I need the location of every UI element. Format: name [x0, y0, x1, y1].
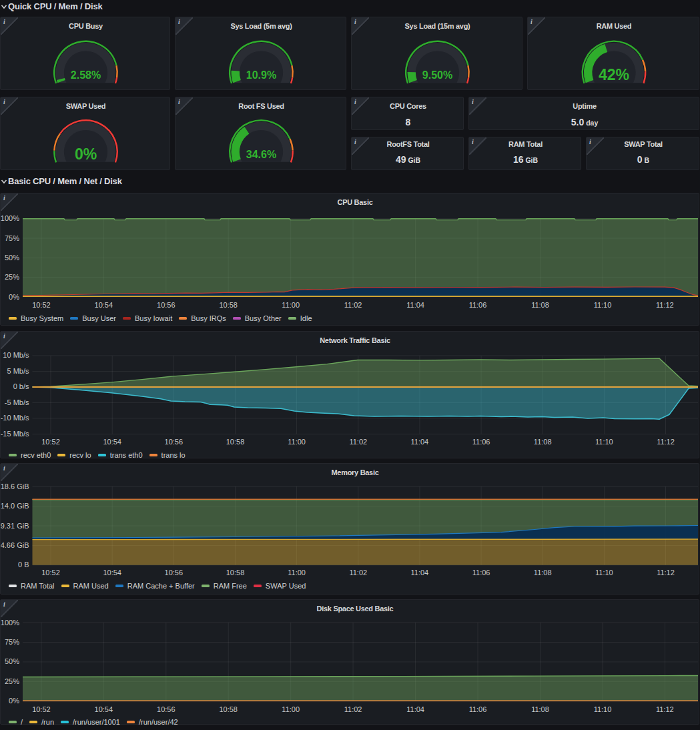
svg-text:11:10: 11:10 — [594, 705, 612, 713]
svg-text:10:56: 10:56 — [157, 301, 176, 309]
svg-text:11:04: 11:04 — [411, 569, 429, 577]
svg-text:9.31 GiB: 9.31 GiB — [1, 521, 29, 529]
svg-text:50%: 50% — [5, 657, 19, 665]
svg-text:10.9%: 10.9% — [246, 69, 276, 81]
svg-text:0 B: 0 B — [18, 561, 29, 569]
svg-text:10 Mb/s: 10 Mb/s — [3, 351, 29, 359]
svg-text:42%: 42% — [599, 66, 629, 83]
svg-text:75%: 75% — [5, 638, 19, 646]
svg-text:0%: 0% — [9, 697, 19, 705]
svg-text:14.0 GiB: 14.0 GiB — [1, 502, 29, 510]
svg-text:11:06: 11:06 — [472, 438, 490, 446]
svg-text:10:54: 10:54 — [103, 438, 121, 446]
svg-text:10:58: 10:58 — [219, 705, 238, 713]
svg-text:11:00: 11:00 — [282, 705, 300, 713]
svg-text:11:08: 11:08 — [531, 705, 549, 713]
svg-text:10:56: 10:56 — [165, 569, 184, 577]
svg-text:11:12: 11:12 — [657, 438, 675, 446]
svg-text:2.58%: 2.58% — [71, 69, 101, 81]
svg-text:11:02: 11:02 — [344, 705, 362, 713]
svg-text:11:12: 11:12 — [657, 569, 675, 577]
svg-text:11:08: 11:08 — [531, 301, 549, 309]
svg-text:11:08: 11:08 — [534, 569, 552, 577]
svg-text:9.50%: 9.50% — [422, 69, 452, 81]
svg-text:10:54: 10:54 — [95, 301, 113, 309]
svg-text:11:04: 11:04 — [411, 438, 429, 446]
svg-text:34.6%: 34.6% — [246, 149, 276, 160]
svg-text:11:06: 11:06 — [469, 705, 487, 713]
svg-text:10:52: 10:52 — [41, 569, 60, 577]
svg-text:10:52: 10:52 — [32, 705, 51, 713]
svg-text:11:10: 11:10 — [594, 301, 612, 309]
svg-text:10:58: 10:58 — [226, 569, 245, 577]
svg-text:11:06: 11:06 — [469, 301, 487, 309]
svg-text:11:10: 11:10 — [595, 569, 613, 577]
svg-text:10:58: 10:58 — [219, 301, 238, 309]
svg-text:11:06: 11:06 — [472, 569, 490, 577]
svg-text:-10 Mb/s: -10 Mb/s — [1, 414, 29, 422]
svg-text:5 Mb/s: 5 Mb/s — [7, 366, 29, 374]
svg-text:10:58: 10:58 — [226, 438, 245, 446]
svg-text:10:52: 10:52 — [32, 301, 51, 309]
svg-text:11:00: 11:00 — [288, 569, 306, 577]
svg-text:10:52: 10:52 — [41, 438, 60, 446]
svg-text:11:04: 11:04 — [406, 705, 424, 713]
svg-text:-15 Mb/s: -15 Mb/s — [1, 429, 29, 437]
svg-text:4.66 GiB: 4.66 GiB — [1, 540, 29, 549]
svg-text:11:08: 11:08 — [534, 438, 552, 446]
svg-text:0%: 0% — [75, 145, 97, 163]
svg-text:0 b/s: 0 b/s — [13, 382, 29, 390]
svg-text:10:56: 10:56 — [157, 705, 176, 713]
svg-text:100%: 100% — [1, 214, 19, 222]
svg-text:25%: 25% — [5, 273, 19, 281]
svg-text:25%: 25% — [5, 677, 19, 685]
svg-text:100%: 100% — [1, 618, 19, 626]
svg-text:-5 Mb/s: -5 Mb/s — [5, 398, 29, 406]
svg-text:11:10: 11:10 — [595, 438, 613, 446]
svg-text:11:04: 11:04 — [406, 301, 424, 309]
svg-text:10:54: 10:54 — [95, 705, 113, 713]
svg-text:10:56: 10:56 — [165, 438, 184, 446]
svg-text:11:00: 11:00 — [282, 301, 300, 309]
svg-text:10:54: 10:54 — [103, 569, 121, 577]
svg-text:11:02: 11:02 — [349, 438, 367, 446]
svg-text:11:02: 11:02 — [349, 569, 367, 577]
svg-text:11:00: 11:00 — [288, 438, 306, 446]
svg-text:11:12: 11:12 — [656, 705, 674, 713]
svg-text:0%: 0% — [9, 292, 19, 300]
svg-text:75%: 75% — [5, 234, 19, 242]
svg-text:11:12: 11:12 — [656, 301, 674, 309]
svg-text:11:02: 11:02 — [344, 301, 362, 309]
svg-text:18.6 GiB: 18.6 GiB — [1, 482, 29, 490]
svg-text:50%: 50% — [5, 253, 19, 261]
